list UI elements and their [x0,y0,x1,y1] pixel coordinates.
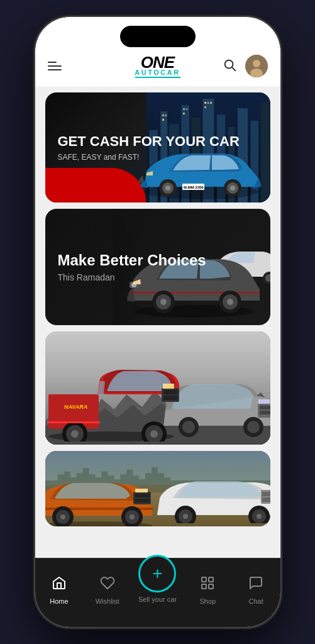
svg-rect-53 [163,396,177,400]
svg-rect-22 [204,102,206,104]
chat-icon [248,575,263,594]
home-icon [52,575,67,594]
hamburger-menu-button[interactable] [48,62,62,70]
svg-rect-68 [260,406,270,409]
banner-2-content: Make Better Choices This Ramadan [45,239,270,295]
svg-rect-92 [202,577,206,582]
svg-rect-23 [207,102,209,104]
plus-icon: + [152,565,162,582]
logo-autocar-text: AUTOCAR [135,69,180,76]
banner-2-subtitle: This Ramadan [58,272,258,282]
svg-rect-93 [209,577,213,582]
logo-area: ONE AUTOCAR [135,54,180,79]
svg-point-66 [247,421,260,433]
svg-rect-19 [183,108,185,110]
svg-rect-95 [209,584,213,589]
svg-point-61 [150,430,158,438]
svg-rect-91 [262,497,270,502]
banner-navara-card[interactable]: NAVARA [45,331,270,445]
svg-rect-62 [47,421,100,423]
nav-shop-label: Shop [199,597,216,605]
svg-rect-70 [258,399,270,404]
navara-scene: NAVARA [45,331,270,445]
bottom-navigation: Home Wishlist + Sell your car [35,558,280,627]
logo-underline [135,77,180,79]
svg-rect-90 [262,492,270,496]
banner-ramadan-card[interactable]: Make Better Choices This Ramadan [45,209,270,325]
svg-rect-81 [135,499,150,502]
nav-home-label: Home [50,597,68,605]
user-avatar[interactable] [245,55,268,77]
banner-2-title: Make Better Choices [58,252,258,270]
svg-rect-24 [210,102,212,104]
nav-chat-label: Chat [248,597,263,605]
banner-cash-card[interactable]: M.MM 2359 GET CASH FOR YOUR CAR SAFE, EA… [45,92,270,203]
nav-home[interactable]: Home [41,575,76,605]
svg-rect-16 [162,114,164,116]
screen: ONE AUTOCAR [35,17,280,627]
svg-rect-80 [135,494,150,497]
svg-text:NAVARA: NAVARA [64,404,87,410]
svg-point-32 [230,186,235,191]
nav-shop[interactable]: Shop [191,575,225,605]
heart-icon [100,575,115,594]
svg-point-85 [183,514,188,519]
svg-rect-21 [183,113,185,114]
search-button[interactable] [223,58,236,74]
svg-point-78 [130,514,135,519]
svg-rect-25 [204,106,206,108]
phone-wrapper: ONE AUTOCAR [0,0,315,644]
svg-rect-54 [163,384,174,389]
svg-line-1 [232,67,235,70]
svg-rect-69 [260,411,270,414]
app-logo: ONE AUTOCAR [135,54,180,79]
phone-frame: ONE AUTOCAR [35,17,280,627]
header-left [48,62,62,70]
avatar-image [245,55,268,77]
nav-wishlist-label: Wishlist [96,597,119,605]
white-suv-svg [151,464,270,523]
banner-1-title: GET CASH FOR YOUR CAR [58,133,258,149]
svg-rect-17 [165,114,167,116]
content-area: M.MM 2359 GET CASH FOR YOUR CAR SAFE, EA… [35,86,280,558]
svg-rect-20 [185,108,187,110]
nav-sell-label: Sell your car [138,596,177,603]
shop-icon [200,575,215,594]
svg-text:M.MM 2359: M.MM 2359 [184,186,204,189]
svg-point-58 [71,430,79,438]
sell-button-circle[interactable]: + [138,555,176,592]
svg-rect-82 [135,489,148,492]
orange-suv-svg [45,467,158,526]
svg-rect-52 [163,390,177,394]
nav-wishlist[interactable]: Wishlist [90,575,124,605]
red-navara-svg: NAVARA [45,360,180,441]
svg-point-64 [182,421,195,433]
svg-rect-94 [202,584,206,589]
banner-1-content: GET CASH FOR YOUR CAR SAFE, EASY and FAS… [45,121,270,174]
svg-point-88 [257,514,262,519]
svg-point-48 [227,299,233,305]
svg-point-75 [60,514,65,519]
dynamic-island [120,26,196,47]
svg-point-45 [160,299,167,305]
banner-suv-card[interactable] [45,451,270,526]
nav-sell[interactable]: + Sell your car [138,555,177,603]
nav-chat[interactable]: Chat [239,575,274,605]
svg-point-29 [165,186,170,191]
banner-1-subtitle: SAFE, EASY and FAST! [58,153,258,162]
svg-point-3 [253,60,260,67]
header-right [223,55,268,77]
